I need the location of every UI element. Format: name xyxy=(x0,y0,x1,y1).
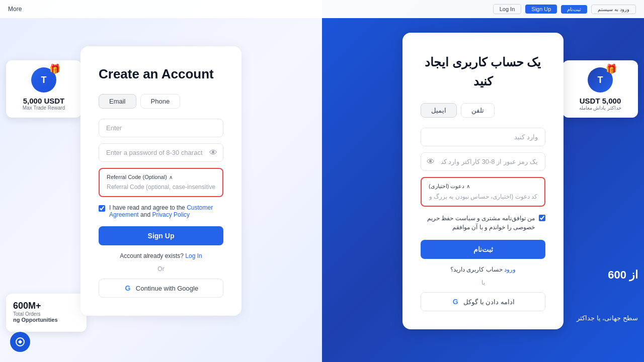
privacy-policy-link[interactable]: Privacy Policy xyxy=(152,211,190,218)
referral-wrap-fa: ∧ دعوت (اختیاری) xyxy=(421,177,545,207)
agreement-checkbox-fa[interactable] xyxy=(539,215,545,221)
referral-chevron-en[interactable]: ∧ xyxy=(169,174,173,180)
password-input-en[interactable] xyxy=(99,143,223,162)
right-number: از 600 xyxy=(608,268,638,282)
referral-input-en[interactable] xyxy=(107,184,215,191)
email-input-en[interactable] xyxy=(99,119,223,137)
tab-group-en: Email Phone xyxy=(99,94,223,109)
referral-label-fa: ∧ دعوت (اختیاری) xyxy=(429,183,537,190)
right-panel: T 🎁 USDT 5,000 حداکثر پاداش معامله سطح ج… xyxy=(322,0,644,362)
reward-sub-right: حداکثر پاداش معامله xyxy=(570,105,631,111)
tab-phone-en[interactable]: Phone xyxy=(140,94,181,109)
already-row-en: Account already exists? Log In xyxy=(99,252,223,259)
right-reward-card: T 🎁 USDT 5,000 حداکثر پاداش معامله xyxy=(562,60,638,118)
signup-btn-fa[interactable]: ثبت‌نام xyxy=(421,240,545,259)
email-input-fa[interactable] xyxy=(421,128,545,146)
opportunities-label: ng Opportunities xyxy=(13,317,79,323)
agreement-row-en: I have read and agree to the Customer Ag… xyxy=(99,204,223,218)
google-icon-fa: G xyxy=(451,298,459,306)
google-icon: G xyxy=(124,284,132,292)
logo-icon xyxy=(10,332,30,352)
left-orders-card: 600M+ Total Orders ng Opportunities xyxy=(6,294,87,332)
tab-group-fa: تلفن ایمیل xyxy=(421,103,545,118)
referral-chevron-fa[interactable]: ∧ xyxy=(466,184,470,189)
left-reward-card: T 🎁 5,000 USDT Max Trade Reward xyxy=(6,60,82,118)
or-divider-fa: یا xyxy=(421,279,545,286)
or-divider-en: Or xyxy=(99,265,223,273)
password-wrap-fa: 👁 xyxy=(421,152,545,171)
reward-amount: 5,000 USDT xyxy=(13,97,74,105)
right-text-overlay: سطح جهانی، یا جداکثر xyxy=(577,314,638,322)
left-panel: T 🎁 5,000 USDT Max Trade Reward 600M+ To… xyxy=(0,0,322,362)
right-form-card: یک حساب کاربری ایجاد کنید تلفن ایمیل 👁 ∧… xyxy=(403,33,564,330)
gift-icon-right: 🎁 xyxy=(606,63,617,74)
page-wrapper: More Log In Sign Up ثبت‌نام ورود به سیست… xyxy=(0,0,644,362)
password-toggle-en[interactable]: 👁 xyxy=(209,148,217,157)
tab-email-en[interactable]: Email xyxy=(99,94,136,109)
already-row-fa: ورود حساب کاربری دارید؟ xyxy=(421,266,545,273)
tab-phone-fa[interactable]: تلفن xyxy=(461,103,495,118)
referral-input-fa[interactable] xyxy=(429,193,537,200)
top-nav: More Log In Sign Up ثبت‌نام ورود به سیست… xyxy=(0,0,644,18)
google-btn-fa[interactable]: ادامه دادن با گوکل G xyxy=(421,292,545,311)
nav-login-btn-fa[interactable]: ورود به سیستم xyxy=(591,5,636,14)
password-wrap-en: 👁 xyxy=(99,143,223,162)
agreement-checkbox-en[interactable] xyxy=(99,205,105,212)
google-btn-en[interactable]: G Continue with Google xyxy=(99,279,223,298)
usdt-icon-right: T 🎁 xyxy=(588,67,613,93)
form-title-en: Create an Account xyxy=(99,66,223,82)
login-link-en[interactable]: Log In xyxy=(185,252,202,259)
nav-signup-btn-fa[interactable]: ثبت‌نام xyxy=(561,5,587,14)
password-toggle-fa[interactable]: 👁 xyxy=(427,157,435,166)
referral-wrap-en: Referral Code (Optional) ∧ xyxy=(99,168,223,197)
nav-login-btn[interactable]: Log In xyxy=(493,4,522,14)
password-input-fa[interactable] xyxy=(421,152,545,171)
nav-more-label: More xyxy=(8,6,22,13)
reward-sub: Max Trade Reward xyxy=(13,105,74,111)
orders-number: 600M+ xyxy=(13,301,79,311)
tab-email-fa[interactable]: ایمیل xyxy=(421,103,457,118)
usdt-icon: T 🎁 xyxy=(31,67,56,93)
logo-area xyxy=(10,332,30,352)
form-title-fa: یک حساب کاربری ایجاد کنید xyxy=(421,53,545,92)
referral-label-en: Referral Code (Optional) ∧ xyxy=(107,174,215,180)
nav-signup-btn-en[interactable]: Sign Up xyxy=(525,5,557,14)
agreement-row-fa: من توافق‌نامه مشتری و سیاست حفظ حریم خصو… xyxy=(421,214,545,232)
signup-btn-en[interactable]: Sign Up xyxy=(99,226,223,245)
orders-sub: Total Orders xyxy=(13,311,79,317)
nav-right-group: Log In Sign Up ثبت‌نام ورود به سیستم xyxy=(493,4,636,14)
login-link-fa[interactable]: ورود xyxy=(504,266,516,273)
reward-amount-right: USDT 5,000 xyxy=(570,97,631,105)
left-form-card: Create an Account Email Phone 👁 Referral… xyxy=(80,46,242,316)
gift-icon: 🎁 xyxy=(49,63,60,74)
